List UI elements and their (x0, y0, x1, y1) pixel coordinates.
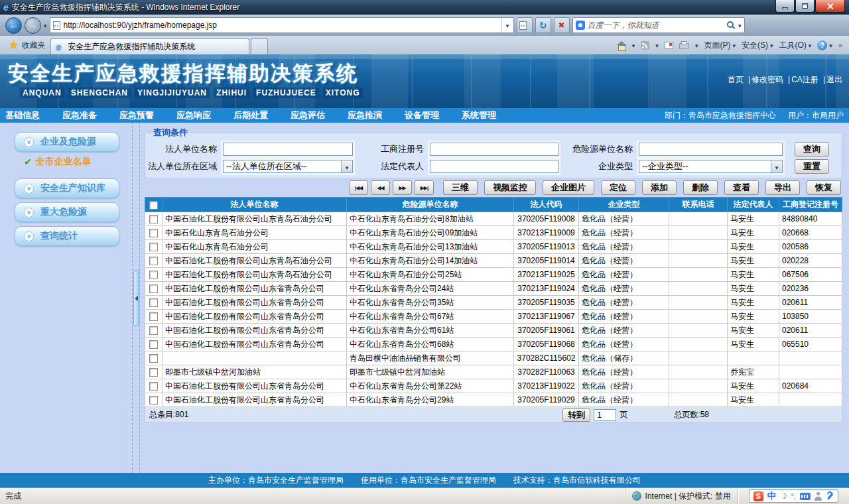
table-row[interactable]: 中国石油化工股份有限公司山东省青岛分公司 中石化山东省青岛分公司24站 3702… (145, 282, 842, 296)
toolbar-button[interactable]: 查看 (724, 180, 759, 195)
sidebar-group[interactable]: 重大危险源 (15, 202, 119, 222)
session-link[interactable]: 修改密码 (744, 75, 783, 84)
table-row[interactable]: 中国石油化工股份有限公司山东省青岛分公司 中石化山东省青岛分公司35站 3702… (145, 296, 842, 310)
table-row[interactable]: 中国石油化工股份有限公司山东省青岛分公司 中石化山东省青岛分公司67站 3702… (145, 310, 842, 324)
legal-rep-input[interactable] (430, 160, 558, 173)
legal-name-input[interactable] (223, 143, 353, 156)
search-dropdown-icon[interactable] (738, 21, 742, 30)
feed-dropdown-icon[interactable] (655, 40, 659, 50)
business-regno-input[interactable] (430, 143, 558, 156)
sidebar-group[interactable]: 安全生产知识库 (15, 178, 119, 198)
url-dropdown[interactable] (501, 18, 513, 32)
table-row[interactable]: 中国石油化工股份有限公司山东省青岛分公司 中石化山东省青岛分公司第22站 370… (145, 379, 842, 393)
row-checkbox[interactable] (149, 326, 158, 335)
reset-button[interactable]: 重置 (795, 159, 829, 174)
print-dropdown-icon[interactable] (695, 40, 698, 50)
new-tab-stub[interactable] (251, 38, 268, 54)
region-select[interactable]: --法人单位所在区域-- (223, 160, 353, 173)
toolbar-button[interactable]: 导出 (765, 180, 800, 195)
chevron-down-icon[interactable] (341, 160, 352, 172)
page-nav-button[interactable]: ▶▶ (393, 180, 412, 195)
rss-feed-icon[interactable] (641, 41, 649, 50)
table-row[interactable]: 即墨市七级镇中岔河加油站 即墨市七级镇中岔河加油站 370282F110063 … (145, 365, 842, 379)
browser-tab[interactable]: e 安全生产应急救援指挥辅助决策系统 (50, 38, 249, 54)
row-checkbox[interactable] (149, 284, 158, 293)
row-checkbox[interactable] (149, 340, 158, 349)
restore-button[interactable] (795, 0, 815, 13)
close-button[interactable] (815, 0, 845, 13)
table-row[interactable]: 中国石油化工股份有限公司山东省青岛分公司 中石化山东省青岛分公司29站 3702… (145, 393, 842, 407)
chinese-mode-icon[interactable]: 中 (767, 490, 776, 502)
chevron-down-icon[interactable] (771, 160, 782, 172)
url-field[interactable]: http://localhost:90/yjzh/frame/homepage.… (50, 17, 514, 33)
history-dropdown-icon[interactable] (44, 21, 47, 30)
search-box[interactable]: 百度一下，你就知道 (572, 17, 745, 33)
table-row[interactable]: 青岛田横中油油品销售有限公司 370282C115602 危化品（储存） (145, 351, 842, 365)
sidebar-group-enterprise-hazard[interactable]: 企业及危险源 (15, 132, 119, 152)
sidebar-collapse-handle[interactable] (133, 270, 139, 326)
account-icon[interactable] (815, 492, 822, 501)
table-row[interactable]: 中国石油化工股份有限公司山东省青岛分公司 中石化山东省青岛分公司61站 3702… (145, 324, 842, 338)
nav-menu-item[interactable]: 应急准备 (62, 109, 97, 121)
session-link[interactable]: 退出 (818, 75, 842, 84)
refresh-button[interactable]: ↻ (535, 17, 551, 33)
sidebar-item-city-enterprise-list[interactable]: 全市企业名单 (24, 156, 133, 168)
overflow-chevron-icon[interactable] (838, 40, 842, 50)
punctuation-icon[interactable]: °, (791, 492, 796, 500)
row-checkbox[interactable] (149, 354, 158, 363)
stop-button[interactable]: ✖ (554, 17, 570, 33)
row-checkbox[interactable] (149, 215, 158, 223)
back-button[interactable]: ← (5, 17, 22, 34)
home-icon[interactable] (617, 41, 626, 50)
column-header[interactable]: 危险源单位名称 (347, 198, 514, 212)
nav-menu-item[interactable]: 后期处置 (233, 109, 268, 121)
sogou-logo-icon[interactable]: S (753, 491, 763, 501)
column-header[interactable]: 法人代码 (514, 198, 579, 212)
table-row[interactable]: 中国石油化工股份有限公司山东省青岛分公司 中石化山东省青岛分公司68站 3702… (145, 338, 842, 351)
keyboard-icon[interactable] (800, 493, 811, 500)
home-dropdown-icon[interactable] (632, 40, 635, 50)
session-link[interactable]: 首页 (728, 75, 744, 84)
row-checkbox[interactable] (149, 243, 158, 251)
search-icon[interactable] (727, 21, 736, 30)
table-row[interactable]: 中国石油化工股份有限公司山东青岛石油分公司 中石化山东青岛石油分公司14加油站 … (145, 254, 842, 268)
fullwidth-moon-icon[interactable] (780, 491, 787, 501)
row-checkbox[interactable] (149, 368, 158, 377)
column-header[interactable]: 企业类型 (579, 198, 669, 212)
forward-button[interactable]: → (25, 17, 41, 34)
sidebar-group[interactable]: 查询统计 (15, 226, 119, 246)
enterprise-type-select[interactable]: --企业类型-- (639, 160, 783, 173)
command-menu[interactable]: 安全(S) (742, 40, 773, 51)
page-number-input[interactable] (594, 409, 616, 421)
toolbar-button[interactable]: 企业图片 (543, 180, 594, 195)
column-header[interactable]: 法人单位名称 (163, 198, 347, 212)
search-button[interactable]: 查询 (795, 142, 829, 157)
session-link[interactable]: CA注册 (783, 75, 818, 84)
table-row[interactable]: 中国石油化工股份有限公司山东青岛石油分公司 中石化山东青岛石油分公司8加油站 3… (145, 212, 842, 226)
goto-page-button[interactable]: 转到 (562, 409, 590, 422)
table-row[interactable]: 中国石油化工股份有限公司山东青岛石油分公司 中石化山东青岛石油分公司25站 37… (145, 268, 842, 282)
mail-icon[interactable] (665, 42, 673, 49)
command-menu[interactable]: 页面(P) (704, 40, 736, 51)
row-checkbox[interactable] (149, 396, 158, 405)
table-row[interactable]: 中国石化山东青岛石油分公司 中石化山东青岛石油分公司13加油站 370205F1… (145, 240, 842, 254)
toolbar-button[interactable]: 视频监控 (484, 180, 536, 195)
row-checkbox[interactable] (149, 312, 158, 321)
column-header[interactable]: 工商登记注册号 (779, 198, 842, 212)
help-menu[interactable] (817, 40, 832, 50)
compatibility-view-button[interactable] (517, 17, 533, 33)
page-nav-button[interactable]: |◀◀ (349, 180, 368, 195)
row-checkbox[interactable] (149, 382, 158, 391)
row-checkbox[interactable] (149, 298, 158, 307)
toolbar-button[interactable]: 三维 (443, 180, 478, 195)
column-header[interactable]: 法定代表人 (728, 198, 779, 212)
row-checkbox[interactable] (149, 257, 158, 265)
nav-menu-item[interactable]: 应急推演 (348, 109, 382, 121)
page-nav-button[interactable]: ◀◀ (371, 180, 390, 195)
command-menu[interactable]: 工具(O) (779, 40, 811, 51)
sogou-ime-bar[interactable]: S 中 °, (749, 489, 838, 503)
row-checkbox[interactable] (149, 229, 158, 237)
toolbar-button[interactable]: 恢复 (807, 180, 841, 195)
settings-wrench-icon[interactable] (826, 492, 834, 501)
nav-menu-item[interactable]: 系统管理 (462, 109, 496, 121)
